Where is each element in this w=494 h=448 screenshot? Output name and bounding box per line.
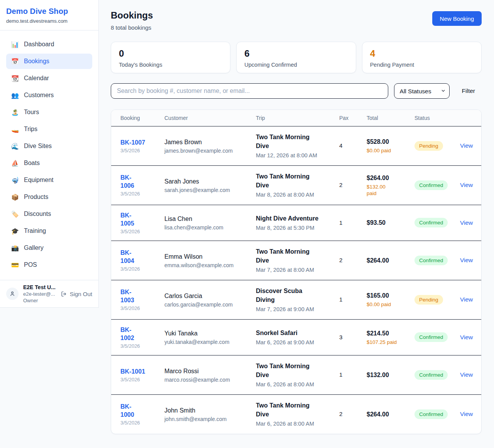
- customer-email: james.brown@example.com: [164, 148, 244, 154]
- total-bookings-count: 8 total bookings: [111, 24, 153, 31]
- trip-datetime: Mar 7, 2026 at 8:00 AM: [256, 266, 327, 274]
- customer-email: yuki.tanaka@example.com: [164, 339, 244, 345]
- stat-value: 0: [119, 49, 222, 59]
- col-header-customer: Customer: [158, 110, 250, 126]
- sidebar-item-training[interactable]: 🎓 Training: [6, 223, 92, 239]
- sidebar-item-tours[interactable]: 🏝️ Tours: [6, 104, 92, 120]
- status-select[interactable]: All Statuses: [394, 83, 450, 99]
- sidebar-item-label: Trips: [24, 126, 37, 133]
- view-link[interactable]: View: [460, 296, 473, 303]
- search-input[interactable]: [111, 83, 388, 99]
- person-icon: [9, 291, 15, 297]
- user-email: e2e-tester@...: [23, 291, 56, 297]
- bookings-table-card: Booking Customer Trip Pax Total Status B…: [111, 109, 482, 434]
- view-link[interactable]: View: [460, 411, 473, 417]
- customer-name: Marco Rossi: [164, 367, 244, 375]
- island-icon: 🏝️: [11, 109, 19, 116]
- sign-out-label: Sign Out: [70, 291, 92, 297]
- shop-name: Demo Dive Shop: [6, 7, 92, 16]
- sidebar-item-calendar[interactable]: 📆 Calendar: [6, 71, 92, 86]
- sidebar-item-dashboard[interactable]: 📊 Dashboard: [6, 37, 92, 52]
- view-link[interactable]: View: [460, 142, 473, 149]
- table-header-row: Booking Customer Trip Pax Total Status: [111, 110, 482, 126]
- sidebar: Demo Dive Shop demo.test.divestreams.com…: [0, 0, 99, 308]
- status-badge: Confirmed: [414, 409, 448, 419]
- sidebar-item-bookings[interactable]: 📅 Bookings: [6, 54, 92, 69]
- trip-name: Two Tank Morning Dive: [256, 362, 327, 379]
- booking-date: 3/5/2026: [120, 229, 152, 234]
- booking-id-link[interactable]: BK-1001: [120, 367, 152, 376]
- customer-name: Lisa Chen: [164, 215, 244, 223]
- booking-id-link[interactable]: BK- 1006: [120, 173, 152, 190]
- sidebar-item-gallery[interactable]: 📸 Gallery: [6, 240, 92, 256]
- package-icon: 📦: [11, 194, 19, 201]
- sidebar-nav: 📊 Dashboard 📅 Bookings 📆 Calendar 👥 Cust…: [0, 30, 98, 280]
- booking-id-link[interactable]: BK- 1003: [120, 288, 152, 304]
- graduation-cap-icon: 🎓: [11, 227, 19, 235]
- booking-id-link[interactable]: BK- 1000: [120, 403, 152, 419]
- sidebar-item-label: Gallery: [24, 244, 44, 251]
- col-header-actions: [454, 110, 482, 126]
- sidebar-item-label: Products: [24, 194, 48, 200]
- stat-label: Pending Payment: [370, 62, 474, 68]
- pax-count: 1: [339, 296, 342, 303]
- pax-count: 4: [339, 142, 342, 149]
- stat-label: Today's Bookings: [119, 62, 222, 68]
- view-link[interactable]: View: [460, 219, 473, 226]
- booking-id-link[interactable]: BK- 1002: [120, 326, 152, 342]
- trip-datetime: Mar 6, 2026 at 8:00 AM: [256, 381, 327, 388]
- trip-datetime: Mar 8, 2026 at 8:00 AM: [256, 191, 327, 199]
- tag-icon: 🏷️: [11, 211, 19, 218]
- paid-amount: $107.25 paid: [367, 339, 402, 345]
- sidebar-item-label: Dive Sites: [24, 143, 52, 150]
- sidebar-item-products[interactable]: 📦 Products: [6, 189, 92, 205]
- paid-amount: $0.00 paid: [367, 301, 402, 308]
- trip-datetime: Mar 8, 2026 at 5:30 PM: [256, 224, 327, 232]
- sidebar-item-dive-sites[interactable]: 🌊 Dive Sites: [6, 138, 92, 154]
- stat-label: Upcoming Confirmed: [244, 62, 348, 68]
- booking-date: 3/5/2026: [120, 305, 152, 311]
- booking-id-link[interactable]: BK- 1004: [120, 249, 152, 265]
- total-amount: $264.00: [367, 256, 402, 264]
- speedboat-icon: 🚤: [11, 126, 19, 133]
- view-link[interactable]: View: [460, 182, 473, 188]
- status-badge: Confirmed: [414, 218, 448, 227]
- booking-date: 3/5/2026: [120, 266, 152, 272]
- customer-email: marco.rossi@example.com: [164, 377, 244, 383]
- sidebar-item-discounts[interactable]: 🏷️ Discounts: [6, 206, 92, 222]
- customer-name: Carlos Garcia: [164, 292, 244, 300]
- sidebar-item-customers[interactable]: 👥 Customers: [6, 88, 92, 103]
- sidebar-item-equipment[interactable]: 🤿 Equipment: [6, 172, 92, 188]
- total-amount: $214.50: [367, 329, 402, 337]
- trip-datetime: Mar 6, 2026 at 9:00 AM: [256, 339, 327, 346]
- sidebar-item-pos[interactable]: 💳 POS: [6, 257, 92, 273]
- status-badge: Pending: [414, 141, 443, 151]
- trip-name: Snorkel Safari: [256, 328, 327, 337]
- user-role: Owner: [23, 298, 56, 303]
- booking-date: 3/5/2026: [120, 377, 152, 382]
- view-link[interactable]: View: [460, 371, 473, 378]
- col-header-trip: Trip: [250, 110, 333, 126]
- view-link[interactable]: View: [460, 334, 473, 340]
- status-select-wrap: All Statuses: [394, 83, 450, 99]
- sidebar-item-label: Calendar: [24, 75, 49, 82]
- booking-id-link[interactable]: BK-1007: [120, 138, 152, 147]
- total-amount: $264.00: [367, 174, 402, 182]
- sidebar-header: Demo Dive Shop demo.test.divestreams.com: [0, 0, 98, 30]
- paid-amount: $132.00 paid: [367, 184, 402, 197]
- table-row: BK-1007 3/5/2026 James Brown james.brown…: [111, 126, 482, 165]
- sidebar-item-boats[interactable]: ⛵ Boats: [6, 155, 92, 171]
- sidebar-item-trips[interactable]: 🚤 Trips: [6, 121, 92, 137]
- table-row: BK-1001 3/5/2026 Marco Rossi marco.rossi…: [111, 355, 482, 394]
- table-row: BK- 1000 3/5/2026 John Smith john.smith@…: [111, 394, 482, 434]
- customer-email: sarah.jones@example.com: [164, 187, 244, 193]
- pax-count: 2: [339, 182, 342, 188]
- customer-name: Sarah Jones: [164, 177, 244, 185]
- trip-name: Two Tank Morning Dive: [256, 133, 327, 150]
- booking-id-link[interactable]: BK- 1005: [120, 211, 152, 227]
- people-icon: 👥: [11, 92, 19, 99]
- view-link[interactable]: View: [460, 257, 473, 263]
- new-booking-button[interactable]: New Booking: [432, 11, 482, 26]
- stat-value: 6: [244, 49, 348, 59]
- sign-out-button[interactable]: Sign Out: [61, 291, 92, 297]
